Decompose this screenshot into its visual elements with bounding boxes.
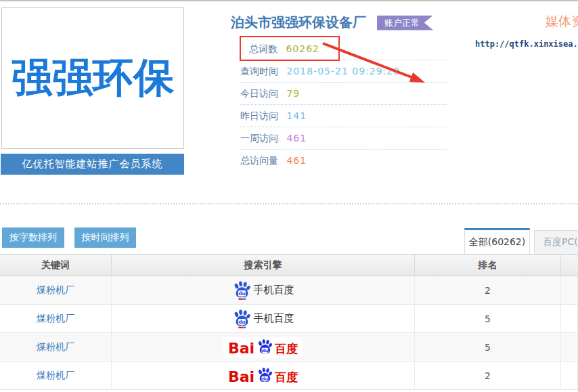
- baidu-mobile-icon: du: [232, 309, 251, 329]
- search-engine-cell: Bai du 百度: [112, 333, 415, 361]
- baidu-paw-icon: du: [256, 339, 273, 356]
- tab-baidu-pc[interactable]: 百度PC(30: [534, 230, 578, 254]
- keyword-link[interactable]: 煤粉机厂: [37, 370, 74, 382]
- keyword-link[interactable]: 煤粉机厂: [37, 341, 74, 353]
- stat-label: 一周访问: [240, 127, 284, 149]
- sort-by-words-button[interactable]: 按字数排列: [2, 227, 64, 248]
- search-engine-cell: du 手机百度: [112, 276, 415, 304]
- rank-value: 2: [415, 362, 561, 389]
- member-system-label: 亿优托智能建站推广会员系统: [22, 158, 163, 171]
- stat-value: 79: [286, 88, 300, 99]
- rank-value: 5: [415, 333, 561, 361]
- stat-row-total-visits: 总访问量 461: [240, 150, 447, 171]
- stat-value: 461: [286, 155, 307, 166]
- company-name: 泊头市强强环保设备厂: [231, 14, 366, 32]
- table-row: 煤粉机厂 du 手机百度 5: [0, 305, 578, 333]
- baidu-paw-icon: du: [256, 367, 273, 385]
- stat-row-total-words: 总词数 60262: [240, 38, 447, 60]
- rank-value: 2: [415, 276, 561, 304]
- stat-row-week-visits: 一周访问 461: [240, 127, 447, 150]
- table-row: 煤粉机厂 Bai du 百度 5: [0, 333, 578, 362]
- baidu-mobile-icon: du: [232, 280, 251, 301]
- site-url-link[interactable]: http://qtfk.xinxisea.: [475, 39, 578, 49]
- engine-name: 手机百度: [254, 312, 294, 325]
- media-section-title: 媒体资源: [546, 13, 578, 30]
- stat-value: 461: [286, 133, 307, 144]
- stat-label: 总词数: [249, 38, 283, 60]
- stat-value: 60262: [286, 43, 319, 54]
- search-engine-cell: du 手机百度: [112, 305, 415, 332]
- svg-text:du: du: [238, 290, 246, 297]
- tab-all[interactable]: 全部(60262): [464, 228, 530, 254]
- stat-row-today-visits: 今日访问 79: [240, 83, 447, 105]
- sort-by-time-button[interactable]: 按时间排列: [74, 227, 136, 248]
- company-logo: 强强环保: [1, 7, 184, 149]
- table-header-engine: 搜索引擎: [112, 255, 415, 276]
- company-header: 泊头市强强环保设备厂 账户正常: [231, 14, 433, 32]
- keyword-link[interactable]: 煤粉机厂: [37, 313, 74, 325]
- table-header-row: 关键词 搜索引擎 排名: [0, 254, 578, 276]
- stat-value: 141: [286, 110, 307, 121]
- svg-text:du: du: [262, 376, 269, 381]
- company-logo-text: 强强环保: [12, 51, 174, 106]
- rank-value: 5: [415, 305, 561, 332]
- baidu-logo-icon: Bai du 百度: [223, 337, 303, 357]
- baidu-logo-icon: Bai du 百度: [223, 366, 303, 386]
- stat-value: 2018-05-21 09:29:20: [286, 66, 400, 77]
- table-row: 煤粉机厂 Bai du 百度 2: [0, 362, 578, 390]
- table-header-extra: [561, 255, 578, 276]
- page-top-border: [0, 0, 578, 1]
- stat-label: 今日访问: [240, 83, 284, 104]
- keyword-link[interactable]: 煤粉机厂: [37, 284, 74, 297]
- table-row: 煤粉机厂 du 手机百度 2: [0, 276, 578, 305]
- stat-label: 查询时间: [240, 60, 284, 82]
- account-status-badge: 账户正常: [377, 16, 433, 30]
- stat-label: 昨日访问: [240, 105, 284, 127]
- search-engine-cell: Bai du 百度: [112, 362, 415, 389]
- svg-text:du: du: [262, 347, 269, 353]
- table-header-keyword: 关键词: [0, 255, 112, 276]
- stat-row-query-time: 查询时间 2018-05-21 09:29:20: [240, 60, 447, 83]
- engine-name: 手机百度: [254, 284, 294, 297]
- stat-row-yesterday-visits: 昨日访问 141: [240, 105, 447, 127]
- member-system-bar: 亿优托智能建站推广会员系统: [1, 154, 184, 175]
- keyword-ranking-table: 关键词 搜索引擎 排名 煤粉机厂 du 手机百度: [0, 254, 578, 390]
- svg-text:du: du: [238, 319, 246, 325]
- table-header-rank: 排名: [415, 255, 561, 276]
- stat-label: 总访问量: [240, 150, 284, 171]
- stats-panel: 总词数 60262 查询时间 2018-05-21 09:29:20 今日访问 …: [240, 38, 447, 171]
- section-divider: [0, 203, 578, 204]
